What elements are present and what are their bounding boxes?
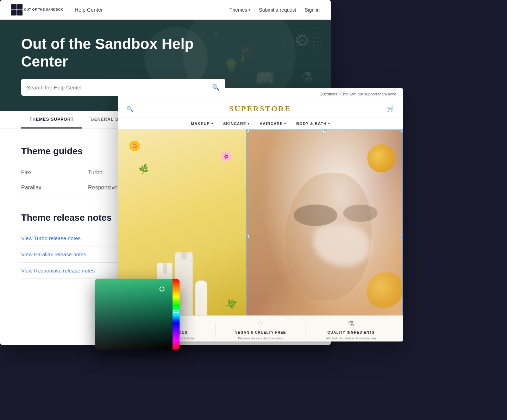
theme-link-parallax[interactable]: Parallax (21, 180, 88, 195)
nav-body-bath[interactable]: BODY & BATH ▾ (296, 121, 330, 126)
release-links-list: View Turbo release notes View Parallax r… (21, 230, 127, 279)
face-model-image (247, 130, 403, 341)
logo-sq-1 (11, 4, 17, 10)
hero-title: Out of the Sandbox Help Center (21, 35, 218, 71)
help-header: OUT OF THE SANDBOX Help Center Themes ▾ … (0, 0, 331, 20)
nav-makeup[interactable]: MAKEUP ▾ (191, 121, 213, 126)
color-picker-widget[interactable] (95, 279, 180, 350)
nav-skincare[interactable]: SKINCARE ▾ (223, 121, 250, 126)
superstore-header: 🔍 SUPERSTORE 🛒 (118, 100, 403, 118)
deco-dots (282, 27, 324, 55)
book-icon: 📖 (255, 69, 275, 87)
flask-icon: ⚗ (348, 319, 355, 328)
superstore-logo: SUPERSTORE (229, 104, 291, 113)
themes-nav-item[interactable]: Themes ▾ (230, 7, 251, 13)
superstore-nav: MAKEUP ▾ SKINCARE ▾ HAIRCARE ▾ BODY & BA… (118, 118, 403, 130)
gear-icon: ⚙ (295, 30, 310, 50)
selection-handle-tm (323, 130, 326, 132)
support-text: Questions? Chat with our support team no… (320, 92, 396, 96)
lightbulb-icon: 💡 (223, 58, 239, 74)
graduation-cap-icon: 🎓 (238, 41, 261, 62)
selection-handle-lm (246, 235, 249, 238)
logo-sq-3 (11, 10, 17, 15)
selection-handle-tr (401, 130, 403, 132)
header-left: OUT OF THE SANDBOX Help Center (11, 4, 103, 15)
submit-request-link[interactable]: Submit a request (259, 7, 296, 13)
chevron-down-icon: ▾ (284, 122, 286, 125)
release-link-responsive[interactable]: View Responsive release notes (21, 263, 127, 279)
main-nav: Themes ▾ Submit a request Sign in (230, 7, 320, 13)
logo-text: OUT OF THE SANDBOX (24, 8, 63, 12)
chevron-down-icon: ▾ (248, 122, 250, 125)
search-icon[interactable]: 🔍 (126, 106, 133, 112)
selection-handle-rm (401, 235, 403, 238)
sign-in-link[interactable]: Sign in (305, 7, 320, 13)
feature-vegan: ♡ VEGAN & CRUELTY-FREE Because we care a… (215, 319, 306, 340)
logo[interactable]: OUT OF THE SANDBOX (11, 4, 63, 15)
sponge-visual-1 (367, 144, 395, 173)
flask-icon: ⚗ (301, 69, 313, 85)
spectrum-cursor[interactable] (173, 311, 179, 313)
header-divider (69, 6, 69, 13)
themes-nav-label: Themes (230, 7, 248, 13)
color-spectrum-bar[interactable] (173, 279, 180, 350)
feature-quality: ⚗ QUALITY INGREDIENTS All products parab… (306, 319, 396, 340)
sponge-visual-2 (367, 272, 402, 308)
cart-icon[interactable]: 🛒 (387, 105, 395, 113)
release-link-turbo[interactable]: View Turbo release notes (21, 230, 127, 246)
color-cursor[interactable] (159, 287, 164, 292)
selection-handle-tl (246, 130, 249, 132)
flower-decoration-1: 🌼 (129, 140, 141, 152)
search-icon: 🔍 (212, 83, 220, 91)
logo-sq-2 (17, 4, 23, 10)
site-name: Help Center (75, 7, 103, 13)
tab-themes-support[interactable]: THEMES SUPPORT (21, 111, 82, 128)
release-link-parallax[interactable]: View Parallax release notes (21, 246, 127, 263)
logo-icon (11, 4, 23, 15)
heart-icon: ♡ (257, 319, 264, 328)
themes-chevron-icon: ▾ (249, 8, 250, 12)
nav-haircare[interactable]: HAIRCARE ▾ (259, 121, 286, 126)
search-input[interactable] (27, 84, 212, 90)
theme-link-flex[interactable]: Flex (21, 165, 88, 180)
color-gradient-panel[interactable] (95, 279, 173, 350)
logo-sq-4 (17, 10, 23, 15)
product-image-right (246, 130, 403, 341)
chevron-down-icon: ▾ (211, 122, 213, 125)
hero-search-bar[interactable]: 🔍 (21, 79, 225, 96)
chevron-down-icon: ▾ (328, 122, 330, 125)
